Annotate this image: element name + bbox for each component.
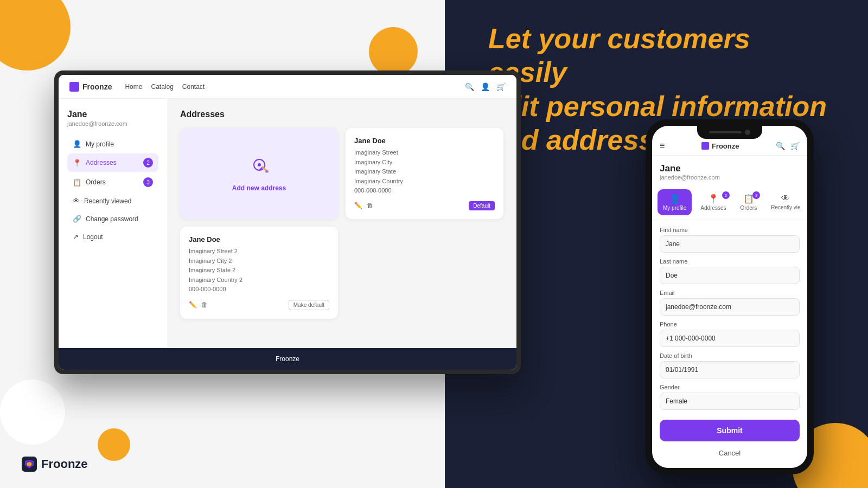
laptop-logo-icon [69,82,79,92]
gender-group: Gender Female Male Other [660,384,800,410]
phone-brand: Froonze [712,142,739,150]
sidebar-item-logout[interactable]: ↗ Logout [67,228,158,245]
edit-icon-2[interactable]: ✏️ [189,301,197,309]
default-badge: Default [469,201,495,210]
address2-details: Imaginary Street 2 Imaginary City 2 Imag… [189,247,329,294]
phone-cart-icon[interactable]: 🛒 [790,142,800,150]
nav-link-home[interactable]: Home [125,83,142,91]
account-icon[interactable]: 👤 [481,82,490,91]
address1-name: Jane Doe [354,137,495,145]
last-name-group: Last name [660,258,800,284]
first-name-label: First name [660,227,800,233]
submit-button[interactable]: Submit [660,420,800,441]
delete-icon[interactable]: 🗑 [367,202,373,209]
cancel-button[interactable]: Cancel [660,445,800,461]
laptop-nav-icons: 🔍 👤 🛒 [465,82,506,91]
laptop-footer: Froonze [59,348,516,370]
phone-screen: ≡ Froonze 🔍 🛒 Jane janedoe@froonze.com 👤 [652,126,807,468]
phone-input[interactable] [660,330,800,347]
gender-select[interactable]: Female Male Other [660,393,800,410]
tab-recently-icon: 👁 [781,194,790,203]
tab-orders-badge: 3 [752,191,760,199]
orders-badge: 3 [143,177,153,187]
delete-icon-2[interactable]: 🗑 [201,301,208,309]
gender-label: Gender [660,384,800,390]
sidebar-label-recently-viewed: Recently viewed [84,197,131,205]
add-new-address-card[interactable]: Add new address [180,128,338,219]
phone-notch [697,126,762,139]
make-default-badge[interactable]: Make default [289,300,329,310]
tab-profile-label: My profile [663,205,686,211]
add-address-icon [248,155,270,180]
sidebar-item-recently-viewed[interactable]: 👁 Recently viewed [67,192,158,209]
phone-frame: ≡ Froonze 🔍 🛒 Jane janedoe@froonze.com 👤 [646,119,814,474]
phone-tabs: 👤 My profile 2 📍 Addresses 3 📋 Orders 👁 … [652,185,807,220]
email-input[interactable] [660,298,800,316]
phone-user-email: janedoe@froonze.com [660,174,800,181]
laptop-sidebar: Jane janedoe@froonze.com 👤 My profile 📍 … [59,99,167,348]
last-name-input[interactable] [660,267,800,284]
first-name-input[interactable] [660,235,800,253]
phone-user-section: Jane janedoe@froonze.com [652,156,807,185]
tab-addresses-label: Addresses [700,205,726,211]
laptop-brand: Froonze [82,82,112,91]
tab-orders[interactable]: 3 📋 Orders [735,189,763,215]
laptop-nav-logo: Froonze [69,82,112,92]
search-icon[interactable]: 🔍 [465,82,474,91]
laptop-nav-links[interactable]: Home Catalog Contact [125,83,205,91]
phone-logo-icon [701,142,709,150]
sidebar-user-name: Jane [67,110,158,119]
laptop-frame: Froonze Home Catalog Contact 🔍 👤 🛒 Jane [54,70,521,374]
address2-name: Jane Doe [189,235,329,243]
phone-menu-icon[interactable]: ≡ [660,141,665,151]
decoration-circle-bottom-orange [98,428,130,461]
nav-link-catalog[interactable]: Catalog [151,83,173,91]
decoration-circle-top [369,27,418,76]
notch-bar [709,131,742,133]
logout-icon: ↗ [73,233,79,241]
phone-search-icon[interactable]: 🔍 [776,142,785,150]
sidebar-user-email: janedoe@froonze.com [67,120,158,127]
tab-profile-icon: 👤 [669,194,680,204]
headline-line2: edit personal information [488,91,827,122]
tab-orders-label: Orders [741,205,757,211]
address-card-1: Jane Doe Imaginary Street Imaginary City… [346,128,503,219]
tab-my-profile[interactable]: 👤 My profile [658,189,692,215]
bottom-logo-icon [22,457,37,472]
notch-camera [745,130,750,135]
phone-nav-logo: Froonze [701,142,739,150]
address1-actions: ✏️ 🗑 Default [354,201,495,210]
nav-link-contact[interactable]: Contact [182,83,205,91]
address2-actions: ✏️ 🗑 Make default [189,300,329,310]
laptop-main: Addresses [167,99,516,348]
phone-label: Phone [660,321,800,328]
tab-addresses[interactable]: 2 📍 Addresses [695,189,731,215]
sidebar-label-logout: Logout [83,233,103,241]
profile-icon: 👤 [73,140,81,148]
sidebar-item-change-password[interactable]: 🔗 Change password [67,210,158,227]
addresses-icon: 📍 [73,159,81,167]
phone-nav-icons: 🔍 🛒 [776,142,800,150]
tab-addresses-icon: 📍 [708,194,719,204]
address1-details: Imaginary Street Imaginary City Imaginar… [354,148,495,196]
dob-label: Date of birth [660,352,800,359]
edit-icon[interactable]: ✏️ [354,202,362,209]
bottom-logo-text: Froonze [41,457,88,471]
addresses-grid: Add new address Jane Doe Imaginary Stree… [180,128,503,319]
sidebar-item-addresses[interactable]: 📍 Addresses 2 [67,153,158,172]
sidebar-item-my-profile[interactable]: 👤 My profile [67,136,158,152]
footer-text: Froonze [276,355,299,363]
change-password-icon: 🔗 [73,215,81,223]
sidebar-item-orders[interactable]: 📋 Orders 3 [67,173,158,191]
dob-input[interactable] [660,361,800,378]
tab-recently-viewed[interactable]: 👁 Recently vie [765,189,806,215]
add-new-label: Add new address [232,184,286,192]
sidebar-label-orders: Orders [86,178,106,186]
tab-recently-label: Recently vie [771,204,800,210]
laptop-nav: Froonze Home Catalog Contact 🔍 👤 🛒 [59,75,516,99]
dob-group: Date of birth [660,352,800,378]
phone-form: First name Last name Email Phone Date of… [652,220,807,468]
address-card-2: Jane Doe Imaginary Street 2 Imaginary Ci… [180,227,338,319]
addresses-title: Addresses [180,110,503,119]
cart-icon[interactable]: 🛒 [496,82,506,91]
